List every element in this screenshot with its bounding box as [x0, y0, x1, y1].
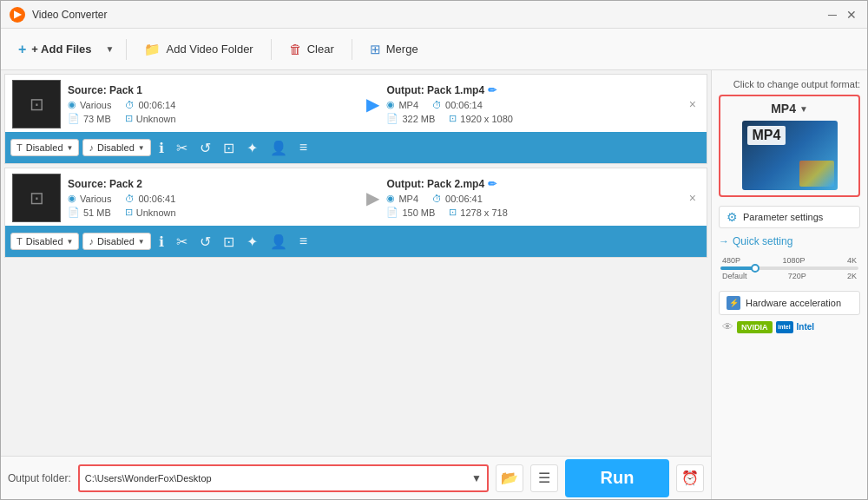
- output-res-icon-1: ⊡: [449, 113, 457, 124]
- output-clock-icon-2: ⏱: [432, 194, 442, 204]
- folder-open-icon: 📂: [501, 470, 518, 486]
- format-box[interactable]: MP4 ▼ MP4: [719, 95, 860, 197]
- alarm-icon: ⏰: [681, 470, 699, 486]
- file-icon-1: 📄: [68, 113, 80, 124]
- alarm-button[interactable]: ⏰: [676, 464, 704, 492]
- cut-ctrl-2[interactable]: ✂: [172, 232, 192, 252]
- list-icon: ☰: [538, 470, 550, 486]
- loop-ctrl-2[interactable]: ↺: [195, 232, 215, 252]
- text-icon-2: T: [16, 236, 23, 247]
- hardware-acceleration-button[interactable]: ⚡ Hardware acceleration: [719, 291, 860, 315]
- file-thumbnail-1: ⊡: [12, 80, 61, 128]
- hw-icon: ⚡: [727, 296, 740, 310]
- intel-label: Intel: [797, 322, 815, 332]
- output-folder-input[interactable]: [85, 473, 471, 484]
- info-ctrl-1[interactable]: ℹ: [155, 138, 168, 158]
- output-folder-input-wrap: ▼: [78, 464, 489, 492]
- browse-folder-button[interactable]: 📂: [496, 464, 523, 492]
- main-window: ▶ Video Converter ─ ✕ + + Add Files ▼ 📁 …: [0, 0, 868, 500]
- output-size-row-2: 📄 150 MB ⊡ 1278 x 718: [386, 207, 678, 218]
- file-controls-bar-2: T Disabled ▼ ♪ Disabled ▼ ℹ ✂ ↺ ⊡: [5, 226, 707, 257]
- crop-ctrl-1[interactable]: ⊡: [219, 138, 239, 158]
- add-video-folder-button[interactable]: 📁 Add Video Folder: [134, 36, 263, 62]
- slider-labels-bottom: Default 720P 2K: [720, 272, 858, 280]
- quick-setting-section: → Quick setting 480P 1080P 4K Default: [719, 235, 860, 284]
- slider-track[interactable]: [720, 266, 858, 270]
- merge-label: Merge: [386, 43, 418, 56]
- clear-button[interactable]: 🗑 Clear: [279, 36, 345, 62]
- bottom-bar: Output folder: ▼ 📂 ☰ Run ⏰: [1, 456, 711, 499]
- run-label: Run: [601, 468, 635, 487]
- effects-ctrl-1[interactable]: ✦: [242, 138, 262, 158]
- add-files-button[interactable]: + + Add Files: [10, 36, 101, 62]
- file-source-details-1: Source: Pack 1 ◉ Various ⏱ 00:06:14: [68, 84, 359, 124]
- convert-arrow-1: ▶: [366, 94, 379, 115]
- output-details-1: Output: Pack 1.mp4 ✏ ◉ MP4 ⏱ 00: [386, 84, 678, 124]
- minimize-button[interactable]: ─: [825, 8, 839, 22]
- hw-accel-section: ⚡ Hardware acceleration 👁 NVIDIA intel I…: [719, 291, 860, 333]
- content-area: ⊡ Source: Pack 1 ◉ Various: [1, 70, 711, 499]
- audio-dropdown-2[interactable]: ♪ Disabled ▼: [82, 233, 150, 250]
- file-item-2: ⊡ Source: Pack 2 ◉ Various: [4, 168, 707, 258]
- merge-button[interactable]: ⊞ Merge: [359, 36, 429, 62]
- subtitle-dropdown-2[interactable]: T Disabled ▼: [10, 233, 79, 250]
- label-4k: 4K: [847, 256, 857, 265]
- source-size-2: 📄 51 MB: [68, 207, 111, 218]
- watermark-ctrl-2[interactable]: 👤: [266, 232, 292, 252]
- main-area: ⊡ Source: Pack 1 ◉ Various: [1, 70, 867, 499]
- effects-ctrl-2[interactable]: ✦: [242, 232, 262, 252]
- label-720p: 720P: [788, 272, 806, 280]
- resolution-icon-1: ⊡: [125, 113, 133, 124]
- slider-thumb[interactable]: [751, 264, 760, 273]
- format-dropdown-arrow: ▼: [799, 104, 808, 114]
- info-ctrl-2[interactable]: ℹ: [155, 232, 168, 252]
- output-video-icon-1: ◉: [386, 99, 395, 110]
- clear-label: Clear: [307, 43, 334, 56]
- window-controls: ─ ✕: [825, 8, 858, 22]
- quick-setting-label: Quick setting: [733, 235, 792, 247]
- source-label-1: Source: Pack 1: [68, 84, 359, 96]
- source-meta-row-2: ◉ Various ⏱ 00:06:41: [68, 193, 359, 204]
- hw-accel-label: Hardware acceleration: [746, 298, 841, 308]
- cut-ctrl-1[interactable]: ✂: [172, 138, 192, 158]
- subtitle-ctrl-2[interactable]: ≡: [295, 232, 312, 251]
- format-select[interactable]: MP4 ▼: [771, 102, 808, 115]
- resolution-icon-2: ⊡: [125, 207, 133, 218]
- list-view-button[interactable]: ☰: [530, 464, 558, 492]
- crop-ctrl-2[interactable]: ⊡: [219, 232, 239, 252]
- slider-fill: [720, 266, 755, 270]
- edit-output-icon-1[interactable]: ✏: [488, 84, 496, 96]
- output-file-icon-2: 📄: [386, 207, 398, 218]
- file-row-2: ⊡ Source: Pack 2 ◉ Various: [5, 168, 707, 226]
- run-button[interactable]: Run: [565, 459, 669, 497]
- folder-arrow-button[interactable]: ▼: [471, 472, 482, 484]
- parameter-settings-button[interactable]: ⚙ Parameter settings: [719, 206, 860, 228]
- toolbar-divider-2: [271, 39, 272, 60]
- toolbar-divider-3: [352, 39, 352, 60]
- output-clock-icon-1: ⏱: [432, 100, 442, 110]
- loop-ctrl-1[interactable]: ↺: [195, 138, 215, 158]
- source-format-2: ◉ Various: [68, 193, 111, 204]
- file-source-details-2: Source: Pack 2 ◉ Various ⏱ 00:06:41: [68, 178, 359, 218]
- output-label-2: Output: Pack 2.mp4 ✏: [386, 178, 678, 190]
- audio-dropdown-1[interactable]: ♪ Disabled ▼: [82, 139, 150, 156]
- close-button[interactable]: ✕: [845, 8, 858, 22]
- output-folder-label: Output folder:: [8, 472, 71, 484]
- audio-arrow-1: ▼: [138, 144, 145, 152]
- source-meta-row-1: ◉ Various ⏱ 00:06:14: [68, 99, 359, 110]
- window-title: Video Converter: [32, 9, 825, 21]
- clock-icon-2: ⏱: [125, 194, 135, 204]
- audio-icon-1: ♪: [89, 142, 94, 153]
- add-files-dropdown-button[interactable]: ▼: [101, 39, 120, 59]
- add-files-label: + Add Files: [31, 43, 91, 56]
- edit-output-icon-2[interactable]: ✏: [488, 178, 496, 190]
- convert-arrow-2: ▶: [366, 188, 379, 208]
- subtitle-dropdown-1[interactable]: T Disabled ▼: [10, 139, 79, 156]
- settings-icon: ⚙: [727, 210, 738, 224]
- watermark-ctrl-1[interactable]: 👤: [266, 138, 292, 158]
- clock-icon-1: ⏱: [125, 100, 135, 110]
- subtitle-ctrl-1[interactable]: ≡: [295, 138, 312, 157]
- folder-icon: 📁: [144, 42, 161, 57]
- close-item-button-1[interactable]: ×: [686, 97, 700, 111]
- close-item-button-2[interactable]: ×: [686, 191, 700, 205]
